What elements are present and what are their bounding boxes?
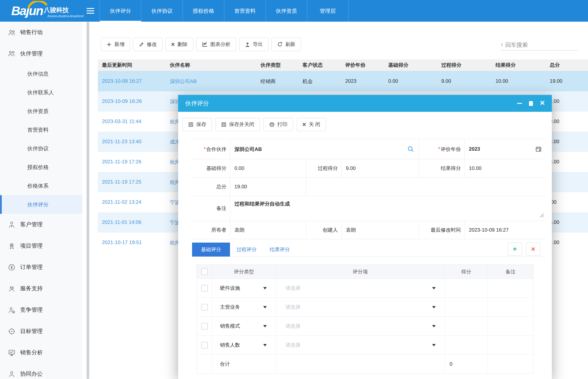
row-checkbox[interactable] [201, 323, 208, 329]
cell-updated-at[interactable]: 2021-10-17 19:51 [98, 240, 166, 246]
score-tabs: 基础评分 过程评分 结果评分 + × [192, 243, 545, 257]
row-checkbox[interactable] [201, 285, 208, 292]
delete-button[interactable]: × 删除 [165, 38, 193, 51]
nav-tab-auth-price[interactable]: 授权价格 [183, 0, 224, 22]
score-cell[interactable] [445, 317, 488, 336]
score-item-select[interactable]: 请选择 [276, 317, 445, 336]
sidebar-item-customer-management[interactable]: 客户管理 [0, 214, 82, 235]
sidebar-item-sales-analysis[interactable]: 销售分析 [0, 342, 82, 363]
sidebar-item-auth-price[interactable]: 授权价格 [0, 158, 82, 176]
base-score-field[interactable]: 0.00 [230, 165, 306, 171]
table-header-row: 最后更新时间 伙伴名称 伙伴类型 客户状态 评价年份 基础得分 过程得分 结果得… [98, 59, 588, 71]
edit-button[interactable]: 修改 [133, 38, 162, 51]
sidebar-item-partner-agreement[interactable]: 伙伴协议 [0, 139, 82, 158]
table-row[interactable]: 2023-10-09 16:27 深圳公司AB 经销商 机会 2023 0.00… [98, 71, 588, 91]
nav-tab-partner-agreement[interactable]: 伙伴协议 [141, 0, 183, 22]
cell-updated-at[interactable]: 2023-10-09 16:27 [98, 78, 166, 84]
cell-updated-at[interactable]: 2021-11-01 14:06 [98, 219, 166, 225]
sidebar-item-sales-action[interactable]: 销售行动 [0, 22, 82, 43]
sidebar-item-partner-contacts[interactable]: 伙伴联系人 [0, 83, 82, 102]
resize-handle-icon[interactable] [539, 213, 544, 219]
cell-updated-at[interactable]: 2023-03-31 11:44 [98, 119, 166, 125]
calendar-icon[interactable] [535, 146, 542, 152]
add-row-button[interactable]: + [508, 243, 522, 256]
sidebar-item-first-sale-doc[interactable]: 首营资料 [0, 120, 82, 139]
chevron-down-icon [432, 306, 436, 308]
export-button[interactable]: 导出 [239, 38, 269, 51]
tab-process-score[interactable]: 过程评分 [230, 243, 263, 257]
remark-field[interactable]: 过程和结果评分自动生成 [230, 196, 546, 221]
partner-field[interactable]: 深圳公司AB [230, 146, 418, 153]
score-item-select[interactable]: 请选择 [276, 336, 445, 355]
score-type-select[interactable]: 主营业务 [212, 298, 276, 317]
score-item-select[interactable]: 请选择 [276, 298, 445, 317]
save-and-close-button[interactable]: 保存并关闭 [215, 118, 260, 131]
lookup-search-icon[interactable] [407, 146, 414, 153]
close-icon[interactable]: × [540, 99, 545, 107]
process-score-field[interactable]: 9.00 [342, 165, 418, 171]
remark-cell[interactable] [488, 298, 533, 317]
tab-result-score[interactable]: 结果评分 [263, 243, 296, 257]
cell-process-score: 9.00 [437, 78, 491, 84]
cell-updated-at[interactable]: 2021-11-19 17:26 [98, 159, 166, 165]
delete-row-button[interactable]: × [526, 243, 540, 256]
refresh-button[interactable]: 刷新 [271, 38, 301, 51]
remark-cell[interactable] [488, 336, 533, 355]
score-type-select[interactable]: 硬件设施 [212, 279, 276, 298]
partner-field-label: 合作伙伴 [190, 139, 230, 159]
remark-cell[interactable] [488, 317, 533, 336]
save-icon [188, 122, 194, 127]
row-checkbox[interactable] [201, 342, 208, 348]
sidebar-item-project-management[interactable]: 项目管理 [0, 235, 82, 257]
cell-total-score: 19.00 [546, 78, 588, 84]
nav-tab-partner-qualification[interactable]: 伙伴资质 [266, 0, 307, 22]
col-header-partner-name: 伙伴名称 [166, 62, 256, 69]
score-type-select[interactable]: 销售模式 [212, 317, 276, 336]
cell-updated-at[interactable]: 2021-11-19 17:25 [98, 179, 166, 185]
sidebar-item-partner-info[interactable]: 伙伴信息 [0, 64, 82, 83]
sidebar-item-service-support[interactable]: 服务支持 [0, 278, 82, 299]
close-button[interactable]: × 关 闭 [297, 118, 326, 131]
cell-partner-name[interactable]: 深圳公司AB [166, 78, 256, 85]
result-score-field[interactable]: 10.00 [465, 165, 546, 171]
minimize-icon[interactable] [517, 103, 522, 104]
score-type-select[interactable]: 销售人数 [212, 336, 276, 355]
sidebar-item-price-system[interactable]: 价格体系 [0, 176, 82, 195]
hamburger-menu-icon[interactable] [87, 7, 95, 15]
cell-customer-status: 机会 [298, 78, 341, 85]
sidebar-item-target-management[interactable]: 目标管理 [0, 321, 82, 342]
tab-base-score[interactable]: 基础评分 [192, 243, 230, 257]
sidebar-item-collaboration-office[interactable]: 协同办公 [0, 363, 82, 379]
score-cell[interactable] [445, 279, 488, 298]
list-toolbar: 新增 修改 × 删除 图表分析 导出 刷新 [101, 38, 301, 51]
vertical-scrollbar[interactable] [87, 22, 89, 379]
sidebar-item-partner-management[interactable]: 伙伴管理 [0, 43, 82, 64]
print-button[interactable]: 打印 [263, 118, 293, 131]
save-button[interactable]: 保存 [183, 118, 212, 131]
sidebar-item-competition-management[interactable]: vs 竞争管理 [0, 299, 82, 321]
cell-updated-at[interactable]: 2021-11-23 13:40 [98, 139, 166, 145]
year-field-value: 2023 [469, 146, 480, 152]
add-button[interactable]: 新增 [101, 38, 130, 51]
sidebar-item-label: 项目管理 [20, 242, 43, 250]
col-header-partner-type: 伙伴类型 [256, 62, 298, 69]
score-item-select[interactable]: 请选择 [276, 279, 445, 298]
sidebar-item-order-management[interactable]: 订单管理 [0, 257, 82, 278]
remark-cell[interactable] [488, 279, 533, 298]
nav-tab-first-sale-doc[interactable]: 首营资料 [224, 0, 266, 22]
nav-tab-management[interactable]: 管理层 [307, 0, 349, 22]
nav-tab-partner-score[interactable]: 伙伴评分 [100, 0, 141, 22]
sidebar-item-partner-qualification[interactable]: 伙伴资质 [0, 102, 82, 120]
chart-analysis-button[interactable]: 图表分析 [196, 38, 236, 51]
search-input[interactable] [505, 42, 578, 48]
year-field[interactable]: 2023 [465, 146, 546, 152]
cell-updated-at[interactable]: 2021-11-02 13:24 [98, 199, 166, 205]
score-type-value: 硬件设施 [220, 285, 240, 292]
select-all-checkbox[interactable] [201, 268, 208, 275]
row-checkbox[interactable] [201, 304, 208, 310]
cell-updated-at[interactable]: 2023-10-09 16:26 [98, 98, 166, 104]
score-cell[interactable] [445, 336, 488, 355]
maximize-icon[interactable] [529, 101, 533, 106]
sidebar-item-partner-score[interactable]: 伙伴评分 [0, 195, 82, 214]
score-cell[interactable] [445, 298, 488, 317]
